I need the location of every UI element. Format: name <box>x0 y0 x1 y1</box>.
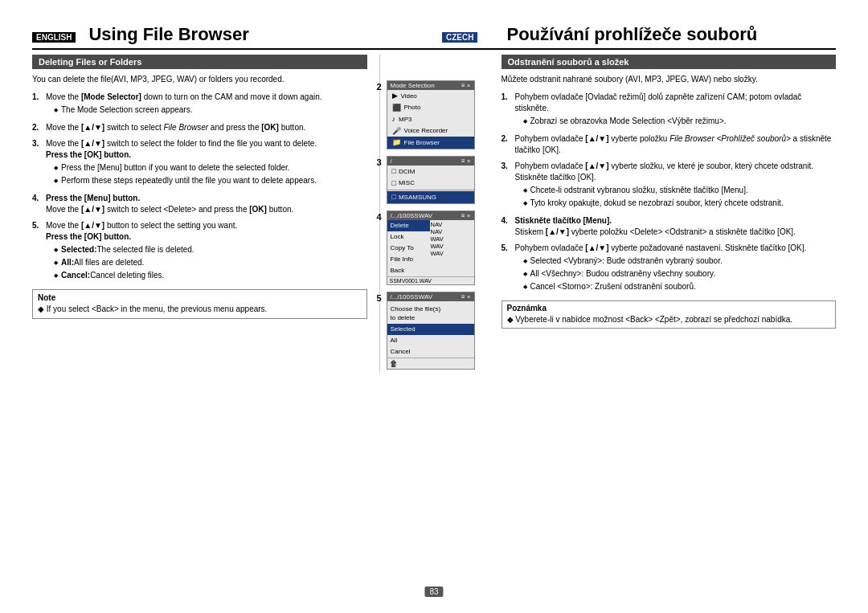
screen-4-body: Delete Lock Copy To File Info Back NAV N… <box>387 220 474 276</box>
screen-4-icons: ≡ × <box>461 212 471 219</box>
step-5-bullet-3: Cancel: Cancel deleting files. <box>46 270 367 281</box>
english-column: Deleting Files or Folders You can delete… <box>32 55 380 373</box>
screen-4-files: NAV NAV WAV WAV WAV <box>430 220 474 276</box>
title-english: Using File Browser <box>88 24 426 45</box>
screen-5-num: 5 <box>377 293 382 303</box>
note-box: Note ◆ If you select <Back> in the menu,… <box>32 289 367 319</box>
step-5-content: Move the [▲/▼] button to select the sett… <box>46 220 367 283</box>
cz-step-5-bullet-2: All <Všechny>: Budou odstraněny všechny … <box>515 268 837 280</box>
cz-step-1-content: Pohybem ovladače [Ovladač režimů] dolů z… <box>515 92 837 129</box>
screen-4-delete: Delete <box>387 220 430 231</box>
step-1-num: 1. <box>32 92 43 117</box>
step-1-text: Move the [Mode Selector] down to turn on… <box>46 92 322 101</box>
step-3-content: Move the [▲/▼] switch to select the fold… <box>46 138 367 188</box>
step-5-num: 5. <box>32 220 43 283</box>
poznamka-content: ◆ Vyberete-li v nabídce možnost <Back> <… <box>507 314 831 325</box>
cz-step-5-bullet-3: Cancel <Storno>: Zrušení odstranění soub… <box>515 281 837 292</box>
step-2-content: Move the [▲/▼] switch to select File Bro… <box>46 122 367 133</box>
screen-4-lock: Lock <box>387 231 430 243</box>
screen-4: /.../100SSWAV ≡ × Delete Lock Copy To Fi… <box>387 210 475 285</box>
screen-5-titlebar: /.../100SSWAV ≡ × <box>387 292 474 301</box>
note-content: ◆ If you select <Back> in the menu, the … <box>38 304 362 315</box>
cz-step-3-num: 3. <box>502 161 513 210</box>
step-4: 4. Press the [Menu] button. Move the [▲/… <box>32 193 367 215</box>
title-czech: Používání prohlížeče souborů <box>490 24 836 45</box>
screen-2-icons: ≡ × <box>461 82 471 89</box>
screen-5-footer: 🗑 <box>387 358 474 369</box>
screen-4-back: Back <box>387 265 430 276</box>
screen-2-item-voice: 🎤Voice Recorder <box>387 125 474 137</box>
cz-step-4-num: 4. <box>502 215 513 238</box>
page-number: 83 <box>424 586 443 597</box>
screen-4-file-5: WAV <box>431 250 473 257</box>
step-5: 5. Move the [▲/▼] button to select the s… <box>32 220 367 283</box>
cz-step-2-content: Pohybem ovladače [▲/▼] vyberte položku F… <box>515 133 837 156</box>
cz-step-4: 4. Stiskněte tlačítko [Menu]. Stiskem [▲… <box>502 215 837 238</box>
step-4-content: Press the [Menu] button. Move the [▲/▼] … <box>46 193 367 215</box>
screen-5-wrap: 5 /.../100SSWAV ≡ × Choose the file(s)to… <box>387 292 483 370</box>
screen-2-title: Mode Selection <box>391 82 435 89</box>
english-intro: You can delete the file(AVI, MP3, JPEG, … <box>32 74 367 85</box>
screen-3-title: / <box>391 157 392 165</box>
page: ENGLISH Using File Browser CZECH Používá… <box>0 0 868 613</box>
screen-4-wrap: 4 /.../100SSWAV ≡ × Delete Lock Copy To … <box>387 210 483 285</box>
screen-4-num: 4 <box>377 212 382 222</box>
screen-4-title: /.../100SSWAV <box>391 212 432 219</box>
poznamka-box: Poznámka ◆ Vyberete-li v nabídce možnost… <box>502 300 837 329</box>
screen-4-file-2: NAV <box>431 228 473 235</box>
cz-step-5-bullet-1: Selected <Vybraný>: Bude odstraněn vybra… <box>515 255 837 267</box>
step-1-bullet-1: The Mode Selection screen appears. <box>46 104 367 116</box>
screen-2-wrap: 2 Mode Selection ≡ × ▶Video ⬛Photo ♪MP3 … <box>387 80 483 149</box>
step-3: 3. Move the [▲/▼] switch to select the f… <box>32 138 367 188</box>
cz-step-2-num: 2. <box>502 133 513 156</box>
screen-3-num: 3 <box>377 157 382 167</box>
cz-step-3-bullet-2: Tyto kroky opakujte, dokud se nezobrazí … <box>515 198 837 209</box>
screen-5: /.../100SSWAV ≡ × Choose the file(s)to d… <box>387 292 475 370</box>
screen-5-icons: ≡ × <box>461 293 471 300</box>
cz-step-3-content: Pohybem ovladače [▲/▼] vyberte složku, v… <box>515 161 837 210</box>
screens-column: 2 Mode Selection ≡ × ▶Video ⬛Photo ♪MP3 … <box>387 55 483 373</box>
screen-4-file-4: WAV <box>431 243 473 250</box>
screen-4-titlebar: /.../100SSWAV ≡ × <box>387 211 474 220</box>
main-layout: Deleting Files or Folders You can delete… <box>32 55 836 373</box>
screen-4-footer: SSMV0001.WAV <box>387 276 474 284</box>
step-2-num: 2. <box>32 122 43 133</box>
cz-step-1-num: 1. <box>502 92 513 129</box>
cz-step-5-num: 5. <box>502 243 513 294</box>
screen-4-info: File Info <box>387 254 430 265</box>
english-section-header: Deleting Files or Folders <box>32 55 367 69</box>
screen-4-file-1: NAV <box>431 221 473 228</box>
screen-5-title: /.../100SSWAV <box>391 293 432 300</box>
screen-5-prompt: Choose the file(s)to delete <box>387 301 474 324</box>
cz-step-4-content: Stiskněte tlačítko [Menu]. Stiskem [▲/▼]… <box>515 215 837 238</box>
cz-step-2: 2. Pohybem ovladače [▲/▼] vyberte položk… <box>502 133 837 156</box>
screen-3-misc: MISC <box>387 178 474 190</box>
screen-2-item-browser: 📁File Browser <box>387 137 474 149</box>
czech-intro: Můžete odstranit nahrané soubory (AVI, M… <box>502 74 837 85</box>
screen-4-copy: Copy To <box>387 243 430 254</box>
cz-step-5: 5. Pohybem ovladače [▲/▼] vyberte požado… <box>502 243 837 294</box>
screen-5-selected: Selected <box>387 324 474 335</box>
screen-4-menu: Delete Lock Copy To File Info Back <box>387 220 430 276</box>
cz-step-3-bullet-1: Chcete-li odstranit vybranou složku, sti… <box>515 185 837 196</box>
czech-section-header: Odstranění souborů a složek <box>502 55 837 69</box>
poznamka-title: Poznámka <box>507 304 831 313</box>
screen-3-titlebar: / ≡ × <box>387 157 474 166</box>
screen-2-item-video: ▶Video <box>387 90 474 102</box>
screen-2: Mode Selection ≡ × ▶Video ⬛Photo ♪MP3 🎤V… <box>387 80 475 149</box>
screen-3-wrap: 3 / ≡ × DCIM MISC MSAMSUNG <box>387 156 483 204</box>
cz-step-3: 3. Pohybem ovladače [▲/▼] vyberte složku… <box>502 161 837 210</box>
step-2: 2. Move the [▲/▼] switch to select File … <box>32 122 367 133</box>
step-1: 1. Move the [Mode Selector] down to turn… <box>32 92 367 117</box>
screen-3-dcim: DCIM <box>387 166 474 178</box>
screen-2-item-photo: ⬛Photo <box>387 102 474 114</box>
screen-4-file-3: WAV <box>431 235 473 243</box>
screen-5-cancel: Cancel <box>387 346 474 358</box>
screen-3-msamsung: MSAMSUNG <box>387 191 474 203</box>
screen-2-item-mp3: ♪MP3 <box>387 113 474 125</box>
step-3-bullet-1: Press the [Menu] button if you want to d… <box>46 162 367 174</box>
screen-2-num: 2 <box>377 82 382 92</box>
screen-3: / ≡ × DCIM MISC MSAMSUNG <box>387 156 475 204</box>
cz-step-1-bullet: Zobrazí se obrazovka Mode Selection <Výb… <box>515 116 837 127</box>
english-badge: ENGLISH <box>32 32 76 43</box>
